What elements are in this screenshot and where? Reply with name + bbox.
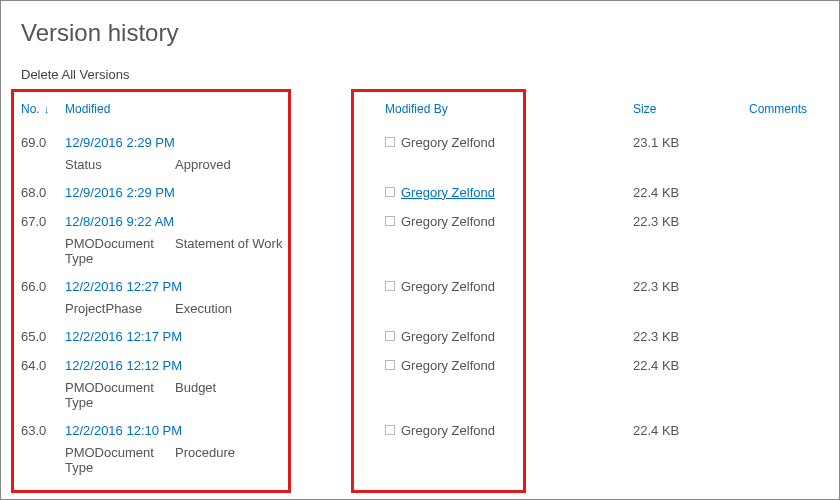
version-metadata-row: StatusApproved — [21, 153, 819, 174]
metadata-value: Approved — [175, 157, 231, 172]
version-row: 68.012/9/2016 2:29 PMGregory Zelfond22.4… — [21, 174, 819, 203]
presence-icon — [385, 281, 395, 291]
presence-icon — [385, 425, 395, 435]
version-number: 69.0 — [21, 135, 46, 150]
version-row: 69.012/9/2016 2:29 PMGregory Zelfond23.1… — [21, 124, 819, 174]
header-no[interactable]: No. — [21, 102, 40, 116]
modified-by-name[interactable]: Gregory Zelfond — [401, 185, 495, 200]
version-metadata-row: PMODocument TypeBudget — [21, 376, 819, 412]
version-row: 63.012/2/2016 12:10 PMGregory Zelfond22.… — [21, 412, 819, 477]
version-row: 66.012/2/2016 12:27 PMGregory Zelfond22.… — [21, 268, 819, 318]
version-modified-link[interactable]: 12/2/2016 12:10 PM — [65, 423, 182, 438]
version-modified-link[interactable]: 12/2/2016 12:17 PM — [65, 329, 182, 344]
version-modified-link[interactable]: 12/8/2016 9:22 AM — [65, 214, 174, 229]
presence-icon — [385, 360, 395, 370]
version-metadata-row: PMODocument TypeProcedure — [21, 441, 819, 477]
version-size: 23.1 KB — [633, 135, 679, 150]
metadata-label: PMODocument Type — [65, 380, 175, 410]
version-metadata-row: PMODocument TypeStatement of Work — [21, 232, 819, 268]
version-size: 22.3 KB — [633, 279, 679, 294]
version-modified-link[interactable]: 12/2/2016 12:27 PM — [65, 279, 182, 294]
presence-icon — [385, 137, 395, 147]
header-modified-by[interactable]: Modified By — [385, 102, 448, 116]
modified-by-name: Gregory Zelfond — [401, 358, 495, 373]
version-number: 63.0 — [21, 423, 46, 438]
modified-by-name: Gregory Zelfond — [401, 214, 495, 229]
modified-by-name: Gregory Zelfond — [401, 423, 495, 438]
page-title: Version history — [21, 19, 819, 47]
header-modified[interactable]: Modified — [65, 102, 110, 116]
metadata-value: Statement of Work — [175, 236, 282, 266]
version-row: 64.012/2/2016 12:12 PMGregory Zelfond22.… — [21, 347, 819, 412]
version-number: 64.0 — [21, 358, 46, 373]
version-metadata-row: ProjectPhaseExecution — [21, 297, 819, 318]
version-modified-link[interactable]: 12/9/2016 2:29 PM — [65, 185, 175, 200]
presence-icon — [385, 187, 395, 197]
version-size: 22.4 KB — [633, 358, 679, 373]
metadata-label: Status — [65, 157, 175, 172]
metadata-value: Procedure — [175, 445, 235, 475]
version-modified-link[interactable]: 12/2/2016 12:12 PM — [65, 358, 182, 373]
version-size: 22.4 KB — [633, 423, 679, 438]
delete-all-versions-link[interactable]: Delete All Versions — [21, 67, 129, 82]
modified-by-name: Gregory Zelfond — [401, 135, 495, 150]
header-comments[interactable]: Comments — [749, 102, 807, 116]
modified-by-name: Gregory Zelfond — [401, 279, 495, 294]
version-row: 65.012/2/2016 12:17 PMGregory Zelfond22.… — [21, 318, 819, 347]
sort-descending-icon: ↓ — [44, 103, 50, 115]
version-size: 22.3 KB — [633, 214, 679, 229]
header-size[interactable]: Size — [633, 102, 656, 116]
modified-by-name: Gregory Zelfond — [401, 329, 495, 344]
version-number: 66.0 — [21, 279, 46, 294]
version-row: 67.012/8/2016 9:22 AMGregory Zelfond22.3… — [21, 203, 819, 268]
presence-icon — [385, 216, 395, 226]
metadata-value: Execution — [175, 301, 232, 316]
metadata-label: ProjectPhase — [65, 301, 175, 316]
version-number: 67.0 — [21, 214, 46, 229]
table-header-row: No. ↓ Modified Modified By Size Comments — [21, 96, 819, 124]
version-size: 22.4 KB — [633, 185, 679, 200]
version-number: 68.0 — [21, 185, 46, 200]
metadata-label: PMODocument Type — [65, 445, 175, 475]
presence-icon — [385, 331, 395, 341]
version-modified-link[interactable]: 12/9/2016 2:29 PM — [65, 135, 175, 150]
version-size: 22.3 KB — [633, 329, 679, 344]
metadata-label: PMODocument Type — [65, 236, 175, 266]
version-number: 65.0 — [21, 329, 46, 344]
metadata-value: Budget — [175, 380, 216, 410]
